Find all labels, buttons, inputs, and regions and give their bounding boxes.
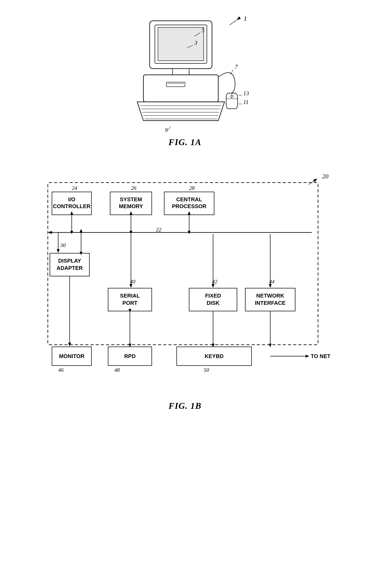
fixed-disk-text2: DISK (207, 300, 219, 306)
display-adapter-block (50, 253, 89, 276)
monitor-text: MONITOR (59, 353, 85, 359)
svg-marker-52 (269, 284, 272, 288)
ref-11-label: 11 (243, 99, 249, 105)
svg-line-1 (230, 20, 237, 25)
svg-marker-50 (212, 284, 215, 288)
svg-rect-9 (166, 82, 185, 87)
fig1a-section: 1 5 3 (0, 0, 370, 160)
page: 1 5 3 (0, 0, 370, 588)
fig1a-caption: FIG. 1A (169, 137, 202, 147)
fig1b-caption: FIG. 1B (169, 401, 202, 411)
svg-marker-48 (130, 284, 133, 288)
display-adapter-text2: ADAPTER (57, 265, 83, 271)
svg-line-29 (309, 179, 317, 185)
network-interface-text1: NETWORK (256, 293, 284, 299)
svg-marker-61 (306, 355, 309, 358)
ref-24-label: 24 (72, 185, 77, 191)
serial-port-block (108, 288, 152, 311)
ref-22-label: 22 (156, 227, 161, 233)
svg-marker-43 (80, 229, 82, 232)
to-network-text: TO NETWORK (311, 353, 330, 359)
fig1b-drawing: 20 24 I/O CONTROLLER 26 SYSTEM MEMORY 28 (40, 168, 330, 397)
ref-7-label: 7 (235, 63, 238, 70)
fig1a-drawing: 1 5 3 (112, 8, 258, 133)
svg-line-17 (168, 126, 170, 130)
network-interface-block (245, 288, 295, 311)
ref-46-label: 46 (58, 367, 64, 373)
svg-rect-7 (173, 69, 189, 75)
keybd-text: KEYBD (205, 353, 224, 359)
svg-rect-8 (144, 75, 218, 102)
ref-3-label: 3 (194, 40, 197, 46)
ref-26-label: 26 (131, 185, 136, 191)
fig1b-section: 20 24 I/O CONTROLLER 26 SYSTEM MEMORY 28 (0, 160, 370, 423)
ref-20-label: 20 (322, 173, 329, 180)
display-adapter-text1: DISPLAY (58, 258, 81, 264)
ref-28-label: 28 (189, 185, 195, 191)
ref-30-label: 30 (60, 242, 66, 248)
ref-50-label: 50 (204, 367, 209, 373)
serial-port-text2: PORT (123, 300, 137, 306)
ref-5-label: 5 (202, 27, 205, 33)
fixed-disk-text1: FIXED (205, 293, 221, 299)
ref-1: 1 (244, 15, 247, 22)
system-memory-text2: MEMORY (119, 203, 143, 209)
ref-13-label: 13 (243, 90, 249, 96)
system-memory-text1: SYSTEM (120, 196, 142, 202)
fixed-disk-block (189, 288, 237, 311)
ref-48-label: 48 (114, 367, 120, 373)
svg-marker-41 (57, 249, 60, 253)
network-interface-text2: INTERFACE (255, 300, 285, 306)
svg-marker-11 (137, 102, 225, 121)
rpd-text: RPD (124, 353, 136, 359)
io-controller-text1: I/O (68, 196, 75, 202)
central-processor-text1: CENTRAL (176, 196, 202, 202)
serial-port-text1: SERIAL (120, 293, 140, 299)
io-controller-text2: CONTROLLER (53, 203, 91, 209)
svg-marker-30 (48, 231, 52, 234)
central-processor-text2: PROCESSOR (172, 203, 206, 209)
ref-9-label: 9 (165, 127, 168, 133)
svg-marker-59 (269, 344, 272, 347)
